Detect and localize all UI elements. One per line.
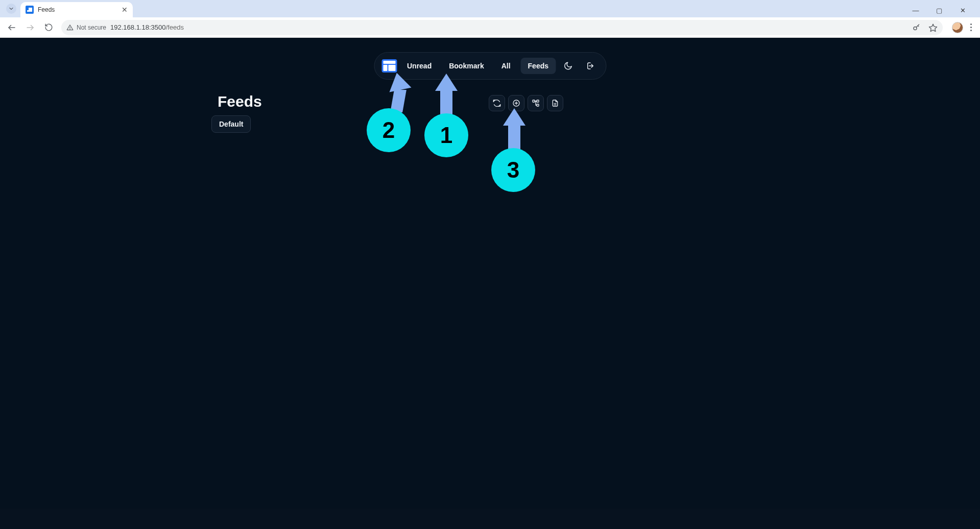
import-opml-button[interactable] [547, 95, 563, 111]
logout-button[interactable] [580, 57, 599, 75]
window-minimize-button[interactable]: — [909, 7, 923, 14]
category-default-chip[interactable]: Default [211, 115, 251, 133]
svg-point-3 [70, 29, 70, 29]
annotation-bubble-1: 1 [424, 113, 468, 157]
refresh-icon [493, 99, 501, 107]
profile-avatar[interactable] [952, 22, 963, 33]
theme-toggle-button[interactable] [559, 57, 577, 75]
nav-forward-button[interactable] [21, 19, 39, 36]
annotation-arrow-3 [503, 108, 525, 152]
url-host: 192.168.1.18:3500 [110, 23, 165, 31]
feed-actions [489, 95, 563, 111]
page-title: Feeds [218, 93, 262, 110]
nav-bookmark[interactable]: Bookmark [442, 58, 491, 74]
tab-favicon [26, 6, 34, 14]
nav-unread[interactable]: Unread [400, 58, 439, 74]
manage-categories-button[interactable] [528, 95, 544, 111]
app-viewport: Unread Bookmark All Feeds Feeds Default [0, 38, 980, 529]
file-icon [551, 99, 559, 107]
window-maximize-button[interactable]: ▢ [932, 7, 946, 14]
annotation-bubble-3: 3 [491, 148, 535, 192]
annotation-arrow-1 [435, 74, 458, 117]
app-logo-icon[interactable] [381, 59, 397, 73]
nav-feeds[interactable]: Feeds [521, 58, 556, 74]
tab-close-button[interactable]: ✕ [122, 6, 128, 14]
warning-icon [66, 24, 74, 31]
browser-toolbar: Not secure 192.168.1.18:3500/feeds [0, 17, 980, 38]
browser-tabstrip: Feeds ✕ — ▢ ✕ [0, 0, 980, 17]
security-chip[interactable]: Not secure [66, 24, 106, 31]
bookmark-star-icon[interactable] [928, 23, 938, 32]
plus-circle-icon [512, 99, 520, 107]
refresh-feeds-button[interactable] [489, 95, 505, 111]
app-nav: Unread Bookmark All Feeds [374, 52, 606, 80]
browser-menu-button[interactable] [970, 23, 972, 31]
url-text: 192.168.1.18:3500/feeds [110, 23, 184, 31]
annotation-bubble-2: 2 [367, 108, 411, 152]
url-path: /feeds [165, 23, 183, 31]
nav-reload-button[interactable] [40, 19, 57, 36]
browser-tab[interactable]: Feeds ✕ [20, 2, 133, 17]
security-label: Not secure [77, 24, 106, 31]
svg-marker-5 [929, 24, 937, 31]
address-bar[interactable]: Not secure 192.168.1.18:3500/feeds [61, 20, 943, 35]
bottom-bar [0, 509, 980, 529]
logout-icon [585, 61, 594, 70]
window-close-button[interactable]: ✕ [955, 7, 970, 14]
window-controls: — ▢ ✕ [909, 7, 976, 17]
moon-icon [563, 61, 572, 70]
password-key-icon[interactable] [912, 23, 921, 32]
nav-all[interactable]: All [494, 58, 518, 74]
tab-search-button[interactable] [6, 4, 16, 14]
nav-back-button[interactable] [3, 19, 20, 36]
tree-icon [532, 99, 540, 107]
tab-title: Feeds [38, 6, 55, 13]
add-feed-button[interactable] [508, 95, 524, 111]
